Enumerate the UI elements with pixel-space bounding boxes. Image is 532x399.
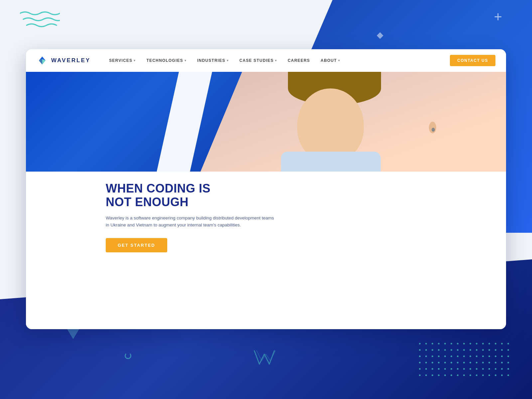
- hero-section: WHEN CODING IS NOT ENOUGH Waverley is a …: [26, 72, 506, 329]
- chevron-down-icon: ▾: [185, 59, 187, 62]
- nav-links: SERVICES ▾ TECHNOLOGIES ▾ INDUSTRIES ▾ C…: [104, 49, 450, 72]
- chevron-down-icon: ▾: [227, 59, 229, 62]
- nav-about-label: ABOUT: [321, 58, 337, 63]
- person-earphone: [432, 128, 435, 132]
- brand-logo[interactable]: WAVERLEY: [37, 56, 90, 65]
- nav-item-technologies[interactable]: TECHNOLOGIES ▾: [141, 49, 192, 72]
- dot-grid-decoration: [419, 343, 512, 379]
- hero-title-line1: WHEN CODING IS: [106, 182, 210, 195]
- hero-title: WHEN CODING IS NOT ENOUGH: [106, 182, 486, 209]
- navbar: WAVERLEY SERVICES ▾ TECHNOLOGIES ▾ INDUS…: [26, 49, 506, 72]
- hero-title-line2: NOT ENOUGH: [106, 195, 189, 209]
- nav-case-studies-label: CASE STUDIES: [239, 58, 274, 63]
- nav-item-services[interactable]: SERVICES ▾: [104, 49, 141, 72]
- chevron-down-icon: ▾: [134, 59, 136, 62]
- nav-services-label: SERVICES: [109, 58, 132, 63]
- brand-icon-svg: [37, 56, 48, 65]
- plus-icon: +: [494, 10, 502, 24]
- nav-careers-label: CAREERS: [288, 58, 310, 63]
- nav-technologies-label: TECHNOLOGIES: [146, 58, 183, 63]
- wave-decoration-topleft: [20, 10, 60, 31]
- contact-us-button[interactable]: CONTACT US: [450, 55, 495, 66]
- nav-industries-label: INDUSTRIES: [197, 58, 225, 63]
- nav-item-about[interactable]: ABOUT ▾: [315, 49, 345, 72]
- chevron-down-icon: ▾: [338, 59, 340, 62]
- nav-item-industries[interactable]: INDUSTRIES ▾: [192, 49, 234, 72]
- waverley-logo-bottom: [253, 349, 279, 366]
- brand-name-text: WAVERLEY: [51, 57, 90, 64]
- spinner-icon: [125, 352, 131, 359]
- hero-content: WHEN CODING IS NOT ENOUGH Waverley is a …: [26, 172, 506, 329]
- person-face: [297, 88, 364, 162]
- hero-subtitle: Waverley is a software engineering compa…: [106, 214, 279, 229]
- get-started-button[interactable]: GET STARTED: [106, 238, 167, 252]
- nav-item-case-studies[interactable]: CASE STUDIES ▾: [234, 49, 282, 72]
- main-card: WAVERLEY SERVICES ▾ TECHNOLOGIES ▾ INDUS…: [26, 49, 506, 329]
- chevron-down-icon: ▾: [275, 59, 277, 62]
- nav-item-careers[interactable]: CAREERS: [282, 49, 315, 72]
